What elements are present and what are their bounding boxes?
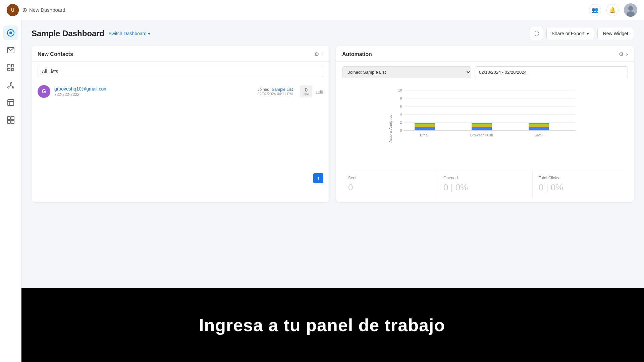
total-clicks-value: 0 | 0%	[539, 182, 622, 193]
email-bars	[415, 123, 435, 130]
svg-rect-22	[11, 117, 14, 120]
sidebar	[0, 20, 21, 362]
new-widget-button[interactable]: New Widget	[597, 28, 634, 39]
expand-icon[interactable]: ›	[322, 51, 323, 57]
svg-rect-41	[472, 124, 492, 127]
sent-value: 0	[348, 182, 431, 193]
header-actions: ⛶ Share or Export ▾ New Widget	[530, 27, 634, 40]
svg-line-16	[8, 85, 11, 87]
automation-widget-header: Automation ⚙ ›	[336, 46, 634, 62]
chevron-down-icon-share: ▾	[587, 31, 589, 36]
list-name: Sample List	[272, 87, 293, 92]
bell-icon: 🔔	[609, 7, 616, 13]
contact-info: grooveshq10@gmail.com 722-222-2222	[54, 86, 254, 97]
contact-date: 02/07/2024 04:11 PM	[258, 92, 293, 96]
automation-chart: Actions Analytics 10 8 6 4 2	[342, 83, 628, 171]
automation-widget: Automation ⚙ › Joined: Sample List	[336, 46, 634, 202]
sidebar-item-email[interactable]	[3, 43, 18, 58]
date-range-input[interactable]	[475, 66, 628, 78]
sidebar-item-automations[interactable]	[3, 78, 18, 93]
svg-text:0: 0	[400, 129, 402, 132]
svg-rect-24	[11, 120, 14, 123]
user-avatar-small: U	[7, 4, 19, 16]
fullscreen-icon: ⛶	[534, 31, 539, 36]
svg-rect-40	[472, 127, 492, 130]
subtitle-bar: Ingresa a tu panel de trabajo	[0, 288, 644, 362]
svg-rect-10	[8, 68, 10, 71]
contact-badge: 0 N/A	[300, 85, 312, 98]
browser-push-bars	[472, 123, 492, 130]
svg-text:2: 2	[400, 121, 402, 124]
stat-total-clicks: Total Clicks 0 | 0%	[533, 171, 628, 197]
switch-dashboard-label: Switch Dashboard	[108, 31, 147, 36]
svg-point-6	[9, 32, 12, 34]
svg-point-14	[12, 87, 14, 88]
contact-phone: 722-222-2222	[54, 92, 254, 97]
new-widget-label: New Widget	[603, 31, 628, 36]
chevron-down-icon: ▾	[148, 31, 150, 36]
automation-settings-icon[interactable]: ⚙	[619, 51, 624, 57]
automation-widget-title: Automation	[342, 51, 372, 57]
top-bar: U ⊕ New Dashboard 👥 🔔	[0, 0, 644, 20]
stats-row: Sent 0 Opened 0 | 0% Total Clicks 0 | 0%	[342, 171, 628, 197]
sidebar-item-builder[interactable]	[3, 113, 18, 127]
widget-grid: New Contacts ⚙ › All Lists G grooveshq10…	[21, 46, 644, 212]
contacts-list-filter[interactable]: All Lists	[38, 66, 323, 77]
svg-rect-44	[529, 124, 549, 127]
svg-text:4: 4	[400, 113, 402, 116]
stat-opened: Opened 0 | 0%	[437, 171, 533, 197]
switch-dashboard-button[interactable]: Switch Dashboard ▾	[108, 31, 150, 36]
svg-text:10: 10	[398, 88, 402, 92]
badge-number: 0	[303, 87, 310, 93]
contacts-widget-title: New Contacts	[38, 51, 73, 57]
dashboard-title: Sample Dashboard	[32, 29, 104, 38]
new-dashboard-button[interactable]: ⊕ New Dashboard	[22, 6, 65, 14]
fullscreen-button[interactable]: ⛶	[530, 27, 543, 40]
svg-point-12	[10, 82, 11, 83]
sidebar-item-reports[interactable]	[3, 95, 18, 110]
svg-rect-9	[11, 65, 14, 67]
contact-initial: G	[42, 88, 46, 95]
contacts-empty-space	[32, 102, 329, 169]
page-1-button[interactable]: 1	[313, 173, 323, 183]
user-avatar-top[interactable]	[624, 3, 637, 17]
y-axis-label: Actions Analytics	[388, 115, 392, 142]
contacts-header-actions: ⚙ ›	[314, 51, 323, 57]
x-label-sms: SMS	[535, 133, 543, 137]
contacts-filter-area: All Lists	[32, 62, 329, 81]
svg-point-13	[8, 87, 9, 88]
dashboard-title-area: Sample Dashboard Switch Dashboard ▾	[32, 29, 150, 38]
contact-joined-text: Joined Sample List	[258, 87, 293, 92]
automation-list-filter[interactable]: Joined: Sample List	[342, 66, 471, 78]
svg-text:8: 8	[400, 97, 402, 100]
opened-label: Opened	[443, 176, 526, 180]
svg-rect-11	[11, 68, 14, 71]
stat-sent: Sent 0	[342, 171, 437, 197]
chart-svg: Actions Analytics 10 8 6 4 2	[342, 83, 628, 171]
top-bar-right: 👥 🔔	[589, 3, 637, 17]
svg-rect-45	[529, 123, 549, 124]
people-icon: 👥	[592, 7, 598, 13]
notifications-button[interactable]: 🔔	[606, 4, 619, 16]
svg-point-3	[628, 6, 633, 11]
contact-edit-button[interactable]: edit	[316, 89, 323, 94]
contact-email[interactable]: grooveshq10@gmail.com	[54, 86, 254, 92]
svg-rect-38	[415, 124, 435, 127]
svg-rect-23	[7, 120, 10, 123]
svg-rect-21	[7, 117, 10, 120]
sidebar-item-lists[interactable]	[3, 60, 18, 75]
contact-avatar: G	[38, 85, 50, 98]
dashboard-header: Sample Dashboard Switch Dashboard ▾ ⛶ Sh…	[21, 20, 644, 46]
automation-expand-icon[interactable]: ›	[626, 51, 628, 57]
share-export-button[interactable]: Share or Export ▾	[546, 28, 594, 39]
people-icon-button[interactable]: 👥	[589, 4, 601, 16]
x-label-email: Email	[420, 133, 429, 137]
svg-text:U: U	[11, 7, 14, 13]
automation-header-actions: ⚙ ›	[619, 51, 628, 57]
contact-joined-info: Joined Sample List 02/07/2024 04:11 PM	[258, 87, 293, 96]
x-label-browser-push: Browser Push	[470, 133, 493, 137]
sidebar-item-dashboard[interactable]	[3, 25, 18, 40]
automation-filters: Joined: Sample List	[342, 66, 628, 78]
settings-icon[interactable]: ⚙	[314, 51, 319, 57]
svg-rect-42	[472, 123, 492, 124]
